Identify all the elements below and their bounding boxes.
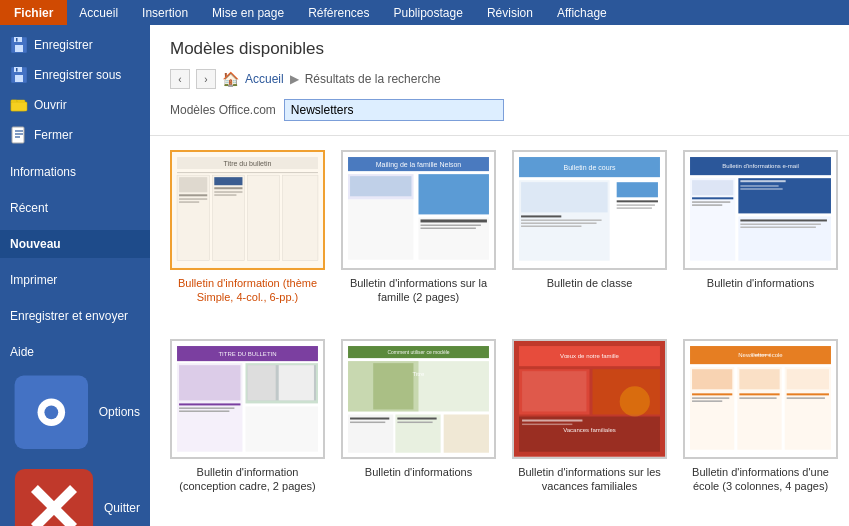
template-thumbnail: Comment utiliser ce modèle Titre — [341, 339, 496, 459]
template-label: Bulletin d'informations — [707, 276, 814, 290]
svg-rect-72 — [740, 180, 785, 182]
template-card[interactable]: TITRE DU BULLETIN Bulletin d'information… — [170, 339, 325, 512]
svg-rect-102 — [350, 422, 385, 424]
quitter-label: Quitter — [104, 501, 140, 515]
svg-rect-125 — [787, 369, 829, 389]
template-thumbnail: Bulletin d'informations e-mail — [683, 150, 838, 270]
content-area: Modèles disponibles 🏠 Accueil ▶ Résultat… — [150, 25, 849, 526]
template-card[interactable]: Vœux de notre famille Vacances familiale… — [512, 339, 667, 512]
template-card[interactable]: Comment utiliser ce modèle Titre Bulleti… — [341, 339, 496, 512]
breadcrumb-separator: ▶ — [290, 72, 299, 86]
svg-rect-55 — [521, 216, 561, 218]
home-icon[interactable]: 🏠 — [222, 71, 239, 87]
template-label: Bulletin d'informations — [365, 465, 472, 479]
menu-insertion[interactable]: Insertion — [130, 0, 200, 25]
menu-affichage[interactable]: Affichage — [545, 0, 619, 25]
svg-rect-29 — [179, 177, 207, 192]
svg-rect-90 — [279, 365, 314, 400]
sidebar-enregistrer-envoyer[interactable]: Enregistrer et envoyer — [0, 302, 150, 330]
svg-rect-77 — [740, 227, 815, 229]
svg-rect-26 — [212, 175, 244, 261]
svg-text:Titre: Titre — [413, 371, 425, 377]
sidebar-options[interactable]: Options — [0, 366, 150, 459]
svg-rect-67 — [738, 217, 831, 261]
sidebar-ouvrir[interactable]: Ouvrir — [0, 90, 150, 120]
svg-rect-71 — [692, 204, 722, 206]
sidebar-enregistrer-sous[interactable]: Enregistrer sous — [0, 60, 150, 90]
nav-back-button[interactable] — [170, 69, 190, 89]
svg-rect-53 — [521, 182, 608, 212]
main-layout: Enregistrer Enregistrer sous Ouvrir — [0, 25, 849, 526]
svg-rect-24 — [177, 172, 318, 173]
svg-text:3 colonnes: 3 colonnes — [751, 352, 770, 357]
svg-rect-75 — [740, 220, 827, 222]
menu-bar: Fichier Accueil Insertion Mise en page R… — [0, 0, 849, 25]
template-thumbnail: Mailing de la famille Nelson — [341, 150, 496, 270]
svg-rect-11 — [12, 127, 24, 143]
svg-rect-98 — [395, 415, 440, 453]
menu-revision[interactable]: Révision — [475, 0, 545, 25]
quit-icon — [10, 464, 98, 526]
svg-rect-132 — [787, 397, 825, 399]
menu-fichier[interactable]: Fichier — [0, 0, 67, 25]
templates-grid: Titre du bulletin Bulletin d'information… — [150, 136, 849, 526]
svg-rect-130 — [739, 397, 776, 399]
svg-rect-128 — [692, 401, 722, 403]
svg-text:Vacances familiales: Vacances familiales — [563, 427, 616, 433]
svg-rect-86 — [179, 404, 240, 406]
svg-rect-126 — [692, 393, 732, 395]
svg-rect-73 — [740, 185, 778, 187]
options-icon — [10, 371, 93, 454]
template-label: Bulletin d'informations sur la famille (… — [341, 276, 496, 305]
svg-rect-32 — [179, 201, 199, 203]
template-card[interactable]: Bulletin d'informations e-mail Bulletin … — [683, 150, 838, 323]
page-title: Modèles disponibles — [170, 39, 829, 59]
template-thumbnail: Bulletin de cours — [512, 150, 667, 270]
template-thumbnail: Titre du bulletin — [170, 150, 325, 270]
template-card[interactable]: Titre du bulletin Bulletin d'information… — [170, 150, 325, 323]
svg-rect-41 — [419, 174, 489, 214]
svg-text:Bulletin d'informations e-mail: Bulletin d'informations e-mail — [722, 163, 799, 169]
svg-rect-25 — [177, 175, 209, 261]
search-input[interactable] — [284, 99, 504, 121]
svg-rect-97 — [348, 415, 393, 453]
sidebar-quitter[interactable]: Quitter — [0, 459, 150, 526]
template-card[interactable]: Mailing de la famille Nelson Bulletin d'… — [341, 150, 496, 323]
svg-rect-131 — [787, 393, 829, 395]
template-card[interactable]: Bulletin de cours Bulletin de classe — [512, 150, 667, 323]
menu-publipostage[interactable]: Publipostage — [382, 0, 475, 25]
svg-rect-83 — [245, 407, 317, 452]
sidebar-informations[interactable]: Informations — [0, 158, 150, 186]
svg-rect-84 — [179, 365, 240, 400]
sidebar-aide[interactable]: Aide — [0, 338, 150, 366]
sidebar-fermer[interactable]: Fermer — [0, 120, 150, 150]
svg-rect-66 — [738, 178, 831, 213]
svg-rect-35 — [214, 191, 242, 193]
svg-rect-6 — [15, 75, 23, 82]
options-label: Options — [99, 405, 140, 419]
sidebar-enregistrer[interactable]: Enregistrer — [0, 30, 150, 60]
search-row: Modèles Office.com — [170, 99, 829, 121]
close-doc-icon — [10, 126, 28, 144]
template-card[interactable]: Newsletter école 3 colonnes Bulletin d'i… — [683, 339, 838, 512]
svg-rect-124 — [739, 369, 779, 389]
svg-rect-88 — [179, 411, 229, 413]
menu-accueil[interactable]: Accueil — [67, 0, 130, 25]
nav-forward-button[interactable] — [196, 69, 216, 89]
svg-rect-111 — [519, 417, 660, 452]
sidebar-imprimer[interactable]: Imprimer — [0, 266, 150, 294]
ouvrir-label: Ouvrir — [34, 98, 67, 112]
template-label: Bulletin d'informations d'une école (3 c… — [683, 465, 838, 494]
svg-rect-31 — [179, 198, 207, 200]
sidebar-nouveau[interactable]: Nouveau — [0, 230, 150, 258]
svg-rect-68 — [692, 180, 733, 195]
sidebar-recent[interactable]: Récent — [0, 194, 150, 222]
breadcrumb: 🏠 Accueil ▶ Résultats de la recherche — [170, 69, 829, 89]
svg-rect-30 — [179, 194, 207, 196]
svg-rect-27 — [248, 175, 280, 261]
menu-mise-en-page[interactable]: Mise en page — [200, 0, 296, 25]
breadcrumb-home[interactable]: Accueil — [245, 72, 284, 86]
svg-rect-76 — [740, 224, 821, 226]
sidebar-bottom: Options Quitter — [0, 366, 150, 526]
menu-references[interactable]: Références — [296, 0, 381, 25]
